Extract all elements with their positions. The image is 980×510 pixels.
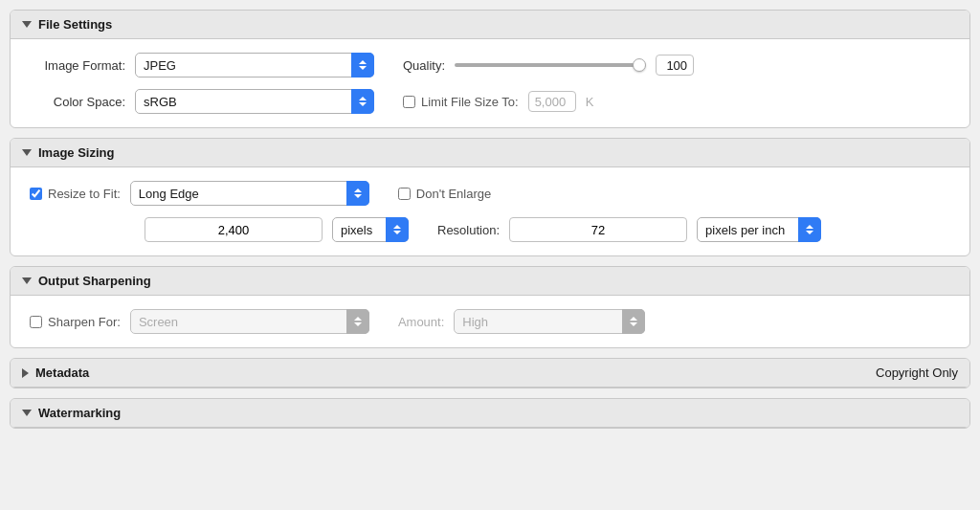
dont-enlarge-label[interactable]: Don't Enlarge — [398, 187, 491, 201]
metadata-header[interactable]: Metadata Copyright Only — [11, 359, 969, 388]
pixels-unit-wrapper: pixels inches cm — [332, 217, 409, 242]
quality-wrapper: Quality: 100 — [403, 55, 694, 76]
resolution-unit-wrapper: pixels per inch pixels per cm — [697, 217, 821, 242]
amount-select[interactable]: High Standard Low — [454, 309, 645, 334]
sharpen-for-checkbox[interactable] — [30, 316, 42, 328]
resolution-label: Resolution: — [437, 223, 500, 237]
watermarking-section: Watermarking — [10, 398, 970, 429]
watermarking-collapse-icon[interactable] — [22, 410, 32, 416]
file-settings-section: File Settings Image Format: JPEG PNG TIF… — [10, 10, 970, 128]
metadata-expand-icon[interactable] — [22, 368, 29, 378]
amount-label: Amount: — [398, 315, 444, 329]
quality-slider[interactable] — [455, 63, 646, 67]
output-sharpening-title: Output Sharpening — [38, 274, 151, 288]
pixels-value-input[interactable] — [145, 217, 323, 242]
color-space-label: Color Space: — [30, 95, 125, 109]
file-settings-title: File Settings — [38, 17, 112, 32]
pixels-row: pixels inches cm Resolution: pixels per … — [30, 217, 950, 242]
output-sharpening-section: Output Sharpening Sharpen For: Screen Ma… — [10, 266, 970, 348]
image-sizing-body: Resize to Fit: Long Edge Short Edge Widt… — [11, 167, 969, 255]
metadata-section: Metadata Copyright Only — [10, 358, 970, 388]
file-settings-collapse-icon[interactable] — [22, 21, 32, 28]
resize-fit-select[interactable]: Long Edge Short Edge Width Height — [130, 181, 369, 206]
limit-file-size-text: Limit File Size To: — [421, 95, 519, 109]
output-sharpening-collapse-icon[interactable] — [22, 277, 32, 284]
main-container: File Settings Image Format: JPEG PNG TIF… — [0, 0, 980, 510]
color-space-row: Color Space: sRGB AdobeRGB Limit File Si… — [30, 89, 950, 114]
metadata-value: Copyright Only — [876, 366, 958, 380]
image-sizing-collapse-icon[interactable] — [22, 149, 32, 156]
limit-file-size-checkbox[interactable] — [403, 96, 415, 108]
file-settings-header: File Settings — [11, 11, 969, 39]
resize-fit-select-wrapper: Long Edge Short Edge Width Height — [130, 181, 369, 206]
sharpen-for-select-wrapper: Screen Matte Paper Glossy Paper — [130, 309, 369, 334]
image-format-select[interactable]: JPEG PNG TIFF — [135, 53, 374, 78]
resize-to-fit-checkbox[interactable] — [30, 188, 42, 200]
resize-to-fit-label[interactable]: Resize to Fit: — [30, 187, 121, 201]
resolution-unit-select[interactable]: pixels per inch pixels per cm — [697, 217, 821, 242]
resize-to-fit-text: Resize to Fit: — [48, 187, 121, 201]
image-sizing-section: Image Sizing Resize to Fit: Long Edge Sh… — [10, 138, 970, 256]
image-format-label: Image Format: — [30, 58, 125, 73]
pixels-unit-select[interactable]: pixels inches cm — [332, 217, 409, 242]
metadata-title: Metadata — [35, 366, 89, 380]
limit-file-size-unit: K — [586, 95, 594, 109]
dont-enlarge-checkbox[interactable] — [398, 188, 411, 200]
resize-to-fit-row: Resize to Fit: Long Edge Short Edge Widt… — [30, 181, 950, 206]
limit-file-size-value: 5,000 — [528, 91, 576, 112]
image-sizing-title: Image Sizing — [38, 145, 114, 160]
amount-select-wrapper: High Standard Low — [454, 309, 645, 334]
image-format-row: Image Format: JPEG PNG TIFF Quality: — [30, 53, 950, 78]
watermarking-title: Watermarking — [38, 406, 121, 420]
dont-enlarge-text: Don't Enlarge — [416, 187, 491, 201]
output-sharpening-header: Output Sharpening — [11, 267, 969, 296]
quality-label: Quality: — [403, 58, 445, 73]
image-format-select-wrapper: JPEG PNG TIFF — [135, 53, 374, 78]
color-space-select-wrapper: sRGB AdobeRGB — [135, 89, 374, 114]
sharpen-for-label[interactable]: Sharpen For: — [30, 315, 121, 329]
limit-file-size-label[interactable]: Limit File Size To: — [403, 95, 519, 109]
quality-value: 100 — [656, 55, 694, 76]
sharpen-for-row: Sharpen For: Screen Matte Paper Glossy P… — [30, 309, 950, 334]
watermarking-header[interactable]: Watermarking — [11, 399, 969, 428]
color-space-select[interactable]: sRGB AdobeRGB — [135, 89, 374, 114]
sharpen-for-select[interactable]: Screen Matte Paper Glossy Paper — [130, 309, 369, 334]
sharpen-for-text: Sharpen For: — [48, 315, 121, 329]
image-sizing-header: Image Sizing — [11, 139, 969, 167]
output-sharpening-body: Sharpen For: Screen Matte Paper Glossy P… — [11, 296, 969, 347]
resolution-value-input[interactable] — [509, 217, 687, 242]
file-settings-body: Image Format: JPEG PNG TIFF Quality: — [11, 39, 969, 127]
